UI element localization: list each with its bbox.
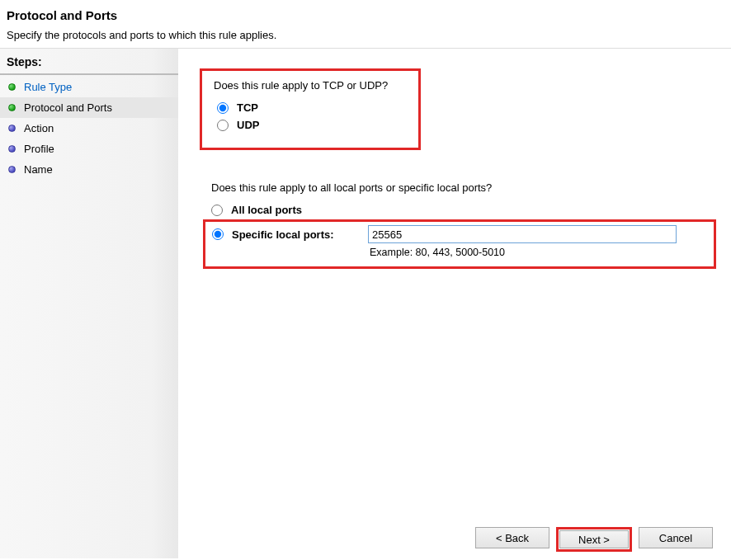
- page-subtitle: Specify the protocols and ports to which…: [7, 29, 724, 41]
- udp-option-row: UDP: [217, 119, 407, 131]
- step-label: Action: [24, 122, 54, 134]
- step-label: Rule Type: [24, 81, 72, 93]
- tcp-radio[interactable]: [217, 102, 229, 114]
- ports-question: Does this rule apply to all local ports …: [211, 181, 713, 194]
- step-label: Protocol and Ports: [24, 101, 112, 114]
- ports-section: Does this rule apply to all local ports …: [200, 181, 713, 269]
- specific-ports-radio[interactable]: [212, 228, 224, 240]
- ports-example-text: Example: 80, 443, 5000-5010: [370, 247, 707, 258]
- cancel-button[interactable]: Cancel: [639, 527, 713, 548]
- step-protocol-and-ports[interactable]: Protocol and Ports: [0, 97, 178, 118]
- tcp-option-row: TCP: [217, 101, 407, 114]
- specific-ports-row: Specific local ports:: [212, 225, 707, 243]
- all-ports-row: All local ports: [211, 204, 713, 216]
- protocol-question: Does this rule apply to TCP or UDP?: [214, 79, 407, 92]
- steps-sidebar: Steps: Rule Type Protocol and Ports Acti…: [0, 48, 178, 558]
- step-label: Name: [24, 163, 53, 176]
- steps-heading: Steps:: [0, 52, 178, 75]
- step-rule-type[interactable]: Rule Type: [0, 77, 178, 97]
- next-button[interactable]: Next >: [559, 530, 629, 548]
- protocol-section: Does this rule apply to TCP or UDP? TCP …: [200, 68, 421, 150]
- page-title: Protocol and Ports: [7, 8, 724, 22]
- bullet-icon: [8, 125, 16, 132]
- back-button[interactable]: < Back: [475, 527, 549, 548]
- step-action[interactable]: Action: [0, 118, 178, 139]
- bullet-icon: [8, 104, 16, 111]
- step-label: Profile: [24, 143, 54, 155]
- specific-ports-highlight: Specific local ports: Example: 80, 443, …: [203, 219, 716, 269]
- specific-ports-input[interactable]: [368, 225, 677, 243]
- step-name[interactable]: Name: [0, 159, 178, 180]
- wizard-button-bar: < Back Next > Cancel: [475, 527, 713, 552]
- tcp-label[interactable]: TCP: [237, 101, 258, 114]
- udp-label[interactable]: UDP: [237, 119, 259, 131]
- specific-ports-label[interactable]: Specific local ports:: [232, 228, 368, 241]
- bullet-icon: [8, 166, 16, 173]
- wizard-header: Protocol and Ports Specify the protocols…: [0, 0, 731, 48]
- bullet-icon: [8, 83, 16, 91]
- all-ports-radio[interactable]: [211, 205, 223, 216]
- bullet-icon: [8, 145, 16, 153]
- next-button-highlight: Next >: [556, 527, 632, 552]
- all-ports-label[interactable]: All local ports: [231, 204, 302, 216]
- step-profile[interactable]: Profile: [0, 139, 178, 159]
- udp-radio[interactable]: [217, 120, 229, 131]
- wizard-content: Does this rule apply to TCP or UDP? TCP …: [178, 48, 731, 558]
